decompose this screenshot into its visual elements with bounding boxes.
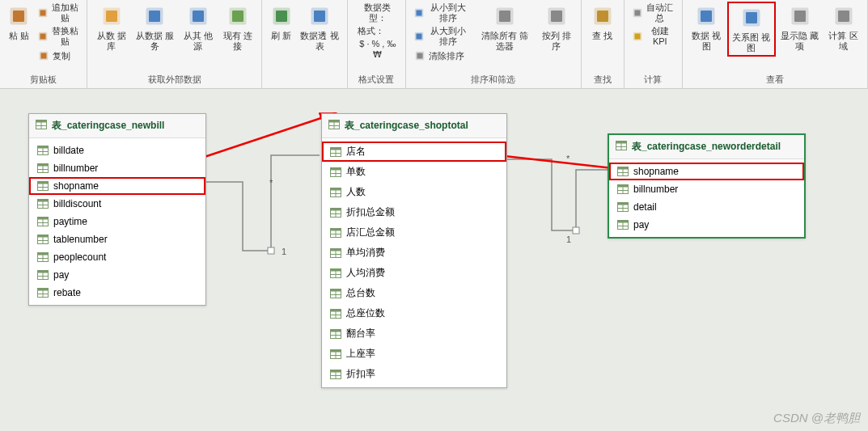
field-row[interactable]: 人均消费 (322, 263, 506, 283)
sort-by-col-button[interactable]: 按列 排序 (537, 2, 576, 53)
table-t2[interactable]: 表_cateringcase_shoptotal店名单数人数折扣总金额店汇总金额… (321, 113, 507, 388)
table-name: 表_cateringcase_neworderdetail (632, 140, 781, 154)
field-row[interactable]: tablenumber (29, 230, 205, 248)
table-t3[interactable]: 表_cateringcase_neworderdetailshopnamebil… (608, 133, 806, 239)
ribbon-group: 粘 贴追加粘贴替换粘贴复制剪贴板 (0, 0, 87, 88)
field-row[interactable]: paytime (29, 213, 205, 230)
field-row[interactable]: pay (609, 216, 804, 234)
clear-sort-button[interactable]: 清除排序 (411, 49, 473, 63)
field-name: 人均消费 (346, 266, 385, 280)
table-header[interactable]: 表_cateringcase_neworderdetail (609, 135, 804, 159)
field-row[interactable]: shopname (29, 177, 205, 195)
diagram-canvas[interactable]: * 1 * 1 表_cateringcase_newbillbilldatebi… (0, 89, 868, 431)
svg-rect-39 (746, 12, 757, 23)
field-row[interactable]: 总台数 (322, 283, 506, 303)
table-icon (328, 120, 340, 132)
paste-button[interactable]: 粘 贴 (5, 2, 33, 43)
diagview-icon (739, 5, 764, 31)
pivot-button[interactable]: 数据透 视表 (297, 2, 342, 53)
field-name: 上座率 (346, 347, 375, 361)
svg-rect-33 (634, 11, 640, 16)
clipboard-icon (37, 6, 49, 19)
field-name: 折扣率 (346, 367, 375, 381)
field-row[interactable]: 单数 (322, 162, 506, 182)
field-icon (330, 188, 341, 197)
format-button[interactable]: 格式： (353, 25, 400, 37)
from-other-button[interactable]: 从其 他源 (179, 2, 217, 53)
field-icon (37, 146, 49, 155)
ribbon-group: 自动汇总创建 KPI计算 (625, 0, 683, 88)
button-label: 数据 视图 (691, 31, 722, 52)
button-label: 从小到大排序 (427, 2, 471, 23)
paste-append-button[interactable]: 追加粘贴 (35, 2, 82, 24)
existing-conn-button[interactable]: 现有 连接 (218, 2, 256, 53)
sum-icon (632, 6, 643, 19)
from-service-button[interactable]: 从数据 服务 (132, 2, 177, 53)
field-icon (330, 349, 341, 359)
create-kpi-button[interactable]: 创建 KPI (629, 25, 677, 48)
field-name: 总台数 (346, 286, 375, 300)
field-row[interactable]: 店汇总金额 (322, 222, 506, 243)
table-name: 表_cateringcase_newbill (52, 119, 164, 133)
find-button[interactable]: 查 找 (586, 2, 619, 43)
clear-filter-button[interactable]: 清除所有 筛选器 (474, 2, 536, 53)
field-row[interactable]: 折扣总金额 (322, 202, 506, 222)
data-type-button[interactable]: 数据类型： (353, 2, 400, 24)
field-row[interactable]: billnumber (609, 180, 804, 198)
field-row[interactable]: pay (29, 266, 205, 284)
field-row[interactable]: 店名 (322, 142, 506, 162)
cardinality-star: * (566, 154, 569, 163)
field-row[interactable]: billdate (29, 142, 205, 159)
field-row[interactable]: 总座位数 (322, 303, 506, 323)
svg-rect-44 (268, 247, 274, 254)
refresh-icon (269, 3, 294, 29)
table-header[interactable]: 表_cateringcase_shoptotal (322, 114, 506, 138)
table-header[interactable]: 表_cateringcase_newbill (29, 114, 205, 138)
field-icon (37, 288, 49, 298)
ribbon-group: 从数 据库从数据 服务从其 他源现有 连接获取外部数据 (87, 0, 262, 88)
data-view-button[interactable]: 数据 视图 (688, 2, 726, 53)
field-icon (330, 289, 341, 298)
auto-sum-button[interactable]: 自动汇总 (629, 2, 677, 24)
field-icon (37, 252, 49, 262)
field-name: detail (633, 201, 657, 213)
field-row[interactable]: billnumber (29, 159, 205, 177)
field-row[interactable]: 单均消费 (322, 243, 506, 263)
field-name: billdate (53, 145, 84, 156)
sortasc-icon (413, 6, 425, 19)
calc-area-button[interactable]: 计算 区域 (824, 2, 862, 53)
format-symbols-button[interactable]: $ · % , ‰ ₩ (353, 38, 400, 61)
button-label: 显示隐 藏项 (781, 31, 819, 52)
field-row[interactable]: 翻台率 (322, 323, 506, 344)
field-row[interactable]: 折扣率 (322, 364, 506, 384)
from-db-button[interactable]: 从数 据库 (92, 2, 130, 53)
field-row[interactable]: peoplecount (29, 248, 205, 266)
field-name: billdiscount (53, 198, 101, 209)
button-label: 从数据 服务 (135, 31, 174, 52)
field-row[interactable]: rebate (29, 284, 205, 302)
sort-desc-button[interactable]: 从大到小排序 (411, 25, 473, 48)
sort-asc-button[interactable]: 从小到大排序 (411, 2, 473, 24)
show-hide-button[interactable]: 显示隐 藏项 (777, 2, 823, 53)
field-row[interactable]: 人数 (322, 182, 506, 202)
field-row[interactable]: 上座率 (322, 344, 506, 364)
clipboard-icon (37, 30, 49, 43)
pivot-icon (307, 3, 332, 29)
button-label: 创建 KPI (646, 26, 675, 47)
field-icon (330, 329, 341, 339)
copy-button[interactable]: 复制 (35, 49, 82, 63)
field-row[interactable]: detail (609, 198, 804, 216)
cardinality-one: 1 (282, 247, 286, 256)
field-name: 店名 (346, 145, 366, 158)
paste-replace-button[interactable]: 替换粘贴 (35, 25, 82, 48)
find-icon (590, 3, 616, 29)
button-label: 从大到小排序 (427, 26, 471, 47)
field-name: billnumber (53, 163, 98, 174)
field-row[interactable]: shopname (609, 163, 804, 180)
diagram-view-button[interactable]: 关系图 视图 (727, 2, 776, 57)
kpi-icon (632, 30, 643, 43)
svg-rect-45 (573, 227, 579, 234)
refresh-button[interactable]: 刷 新 (267, 2, 295, 43)
table-t1[interactable]: 表_cateringcase_newbillbilldatebillnumber… (28, 113, 206, 306)
field-row[interactable]: billdiscount (29, 195, 205, 213)
